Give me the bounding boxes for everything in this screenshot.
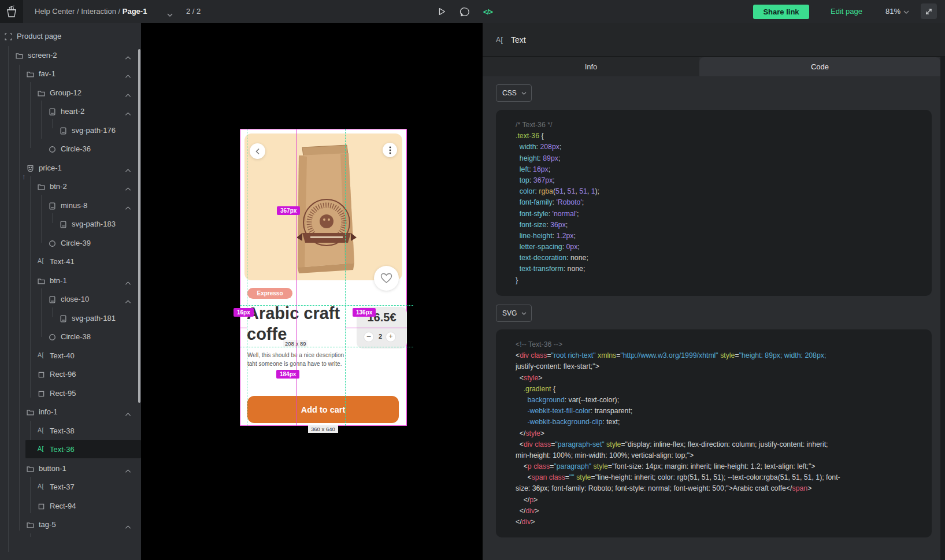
measurement-line: [345, 328, 407, 328]
layer-item-fav-1[interactable]: fav-1: [0, 64, 141, 83]
code-line: </div>: [516, 506, 920, 517]
folder-layer-icon: [27, 70, 34, 77]
layer-item-text-37[interactable]: A[Text-37: [0, 477, 141, 496]
tab-code[interactable]: Code: [699, 57, 940, 76]
collapse-chevron-icon[interactable]: [125, 108, 131, 118]
code-line: color: rgba(51, 51, 51, 1);: [516, 186, 920, 197]
layer-item-price-1[interactable]: price-1↑: [0, 158, 141, 177]
collapse-chevron-icon[interactable]: [125, 90, 131, 100]
measurement-label: 184px: [276, 370, 299, 379]
collapse-chevron-icon[interactable]: [125, 165, 131, 175]
collapse-chevron-icon[interactable]: [125, 277, 131, 288]
add-to-cart-button[interactable]: Add to cart: [247, 396, 399, 423]
layer-item-svg-path-183[interactable]: svg-path-183: [0, 214, 141, 233]
layer-label: Text-40: [50, 346, 75, 365]
fullscreen-button[interactable]: [921, 3, 937, 19]
collapse-chevron-icon[interactable]: [125, 183, 131, 194]
code-mode-button[interactable]: </>: [481, 5, 495, 18]
code-line: font-size: 36px;: [516, 220, 920, 231]
more-menu-button[interactable]: [383, 143, 397, 157]
code-line: justify-content: flex-start;">: [516, 361, 920, 372]
layer-item-tag-5[interactable]: tag-5: [0, 515, 141, 534]
code-line: font-family: 'Roboto';: [516, 197, 920, 208]
code-line: <div class="paragraph-set" style="displa…: [516, 439, 920, 450]
layer-label: Product page: [17, 27, 61, 46]
layer-item-btn-1[interactable]: btn-1: [0, 271, 141, 290]
folder-layer-icon: [38, 89, 45, 97]
layers-scrollbar[interactable]: [138, 49, 140, 403]
collapse-chevron-icon[interactable]: [125, 296, 131, 306]
layer-item-text-36[interactable]: A[Text-36: [0, 440, 141, 459]
layer-item-svg-path-181[interactable]: svg-path-181: [0, 309, 141, 328]
layer-item-circle-38[interactable]: Circle-38: [0, 327, 141, 346]
css-language-dropdown[interactable]: CSS: [496, 84, 532, 102]
app-logo[interactable]: [0, 0, 23, 23]
layer-item-text-38[interactable]: A[Text-38: [0, 421, 141, 440]
layer-item-text-40[interactable]: A[Text-40: [0, 346, 141, 365]
layer-label: Circle-38: [61, 327, 91, 346]
layer-label: Rect-94: [50, 496, 76, 516]
layer-label: Rect-95: [50, 384, 76, 403]
element-type-title: Text: [511, 35, 526, 44]
product-title[interactable]: Arabic craft coffe: [247, 303, 354, 344]
folder-layer-icon: [38, 277, 45, 284]
top-bar: Help Center / Interaction / Page-1 2 / 2…: [0, 0, 945, 23]
code-line: <style>: [516, 373, 920, 384]
code-line: left: 16px;: [516, 164, 920, 175]
edit-page-link[interactable]: Edit page: [831, 0, 862, 23]
collapse-chevron-icon[interactable]: [125, 52, 131, 62]
preview-play-button[interactable]: [435, 5, 449, 18]
comments-button[interactable]: [458, 5, 472, 18]
layer-item-rect-95[interactable]: Rect-95: [0, 384, 141, 403]
layer-item-info-1[interactable]: info-1: [0, 402, 141, 421]
layer-item-svg-path-176[interactable]: svg-path-176: [0, 121, 141, 140]
measurement-label: 16px: [234, 308, 254, 317]
layer-label: tag-5: [39, 515, 56, 534]
code-line: -webkit-background-clip: text;: [516, 417, 920, 428]
share-link-button[interactable]: Share link: [753, 5, 809, 19]
breadcrumb-current-page[interactable]: Page-1: [123, 7, 147, 16]
rect-layer-icon: [38, 390, 45, 397]
collapse-chevron-icon[interactable]: [125, 521, 131, 532]
layer-label: price-1: [39, 158, 62, 177]
code-line: <p class="paragraph" style="font-size: 1…: [516, 461, 920, 472]
layer-label: minus-8: [61, 196, 87, 215]
layer-item-close-10[interactable]: close-10: [0, 290, 141, 309]
layer-item-circle-36[interactable]: Circle-36: [0, 139, 141, 158]
folder-layer-icon: [38, 183, 45, 190]
favorite-button[interactable]: [374, 266, 399, 291]
code-line: background: var(--text-color);: [516, 395, 920, 406]
text-layer-icon: A[: [38, 257, 45, 265]
svg-layer-icon: [49, 107, 56, 115]
layer-item-heart-2[interactable]: heart-2: [0, 102, 141, 121]
back-button[interactable]: [250, 143, 265, 159]
quantity-value: 2: [376, 333, 384, 340]
collapse-chevron-icon[interactable]: [125, 465, 131, 476]
inspector-scrollbar[interactable]: [940, 57, 945, 560]
svg-language-dropdown[interactable]: SVG: [496, 305, 532, 322]
collapse-chevron-icon[interactable]: [125, 71, 131, 81]
quantity-minus-button[interactable]: –: [364, 332, 374, 342]
layer-item-circle-39[interactable]: Circle-39: [0, 233, 141, 253]
tab-info[interactable]: Info: [483, 57, 699, 76]
layer-item-rect-94[interactable]: Rect-94: [0, 496, 141, 516]
product-tag-badge[interactable]: Expresso: [247, 288, 292, 299]
layer-item-product page[interactable]: Product page: [0, 27, 141, 46]
layer-item-minus-8[interactable]: minus-8: [0, 196, 141, 215]
breadcrumb[interactable]: Help Center / Interaction / Page-1: [35, 0, 147, 23]
layer-item-screen-2[interactable]: screen-2: [0, 46, 141, 65]
product-description: Well, this should be a nice descriptiont…: [247, 351, 351, 368]
selection-guide-line: [345, 129, 346, 426]
breadcrumb-chevron-down-icon[interactable]: [167, 9, 173, 20]
dropdown-chevron-icon: [521, 311, 527, 316]
layer-item-rect-96[interactable]: Rect-96: [0, 365, 141, 384]
collapse-chevron-icon[interactable]: [125, 409, 131, 419]
zoom-level-dropdown[interactable]: 81%: [885, 0, 909, 23]
layer-item-text-41[interactable]: A[Text-41: [0, 252, 141, 271]
layer-item-group-12[interactable]: Group-12: [0, 83, 141, 102]
quantity-plus-button[interactable]: +: [386, 332, 396, 342]
code-line: font-style: 'normal';: [516, 209, 920, 220]
layer-item-button-1[interactable]: button-1: [0, 459, 141, 478]
collapse-chevron-icon[interactable]: [125, 202, 131, 213]
layer-item-btn-2[interactable]: btn-2: [0, 177, 141, 196]
